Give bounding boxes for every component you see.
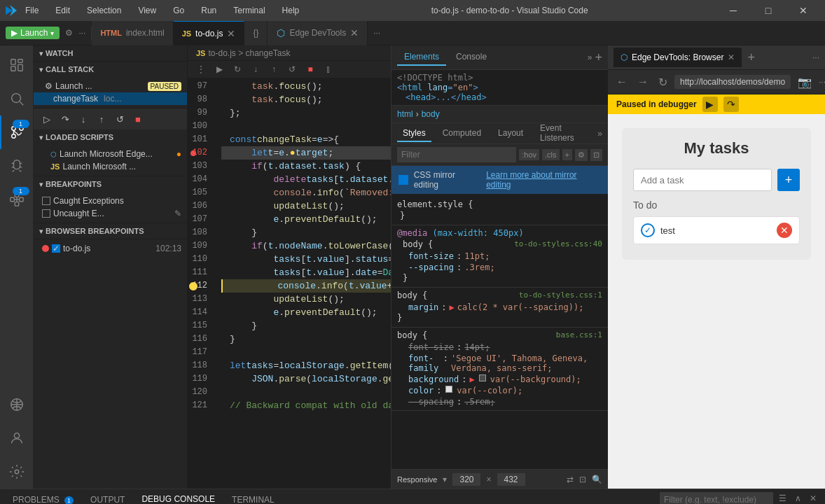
loaded-scripts-header[interactable]: ▾ LOADED SCRIPTS [34,130,187,145]
toolbar-stop-icon[interactable]: ■ [303,62,318,77]
sidebar-icon-extensions[interactable] [0,183,34,216]
watch-header[interactable]: ▾ WATCH [34,46,187,61]
filter-toggle-icon[interactable]: ⊡ [590,149,602,161]
menu-view[interactable]: View [135,4,159,17]
menu-selection[interactable]: Selection [84,4,124,17]
devtools-more-icon[interactable]: » [588,52,592,62]
toolbar-step-up-icon[interactable]: ↑ [266,62,282,77]
console-options-icon[interactable]: ☰ [776,492,789,505]
file-bp-checkbox[interactable]: ✓ [52,244,60,253]
toolbar-back-icon[interactable]: ↺ [284,62,300,77]
tab-index-html[interactable]: HTML index.html [92,21,173,46]
sidebar-icon-account[interactable] [0,421,34,455]
task-delete-button[interactable]: ✕ [777,223,792,238]
menu-run[interactable]: Run [198,4,219,17]
browser-screenshot-icon[interactable]: 📷 [795,74,814,90]
paused-stepover-button[interactable]: ↷ [723,97,739,112]
sidebar-icon-source-control[interactable] [0,115,34,149]
task-check-icon[interactable]: ✓ [641,223,655,237]
tab-json[interactable]: {} [244,21,268,46]
subtab-computed[interactable]: Computed [437,125,487,142]
sidebar-icon-settings[interactable] [0,455,34,489]
responsive-dropdown-icon[interactable]: ▾ [443,475,447,484]
browser-forward-button[interactable]: → [635,74,651,90]
call-stack-frame-launch[interactable]: ⚙ Launch ... PAUSED [34,80,187,92]
script-item-js[interactable]: JS Launch Microsoft ... [34,160,187,173]
paused-resume-button[interactable]: ▶ [702,97,718,112]
launch-dropdown-icon[interactable]: ▾ [50,29,54,37]
sidebar-icon-explorer[interactable] [0,48,34,82]
responsive-fit-icon[interactable]: ⊡ [579,475,586,484]
styles-content[interactable]: element.style { } @media (max-width: 450… [391,194,608,469]
tab-close-icon[interactable]: ✕ [227,28,235,39]
tabs-more-icon[interactable]: ··· [368,28,386,38]
devtools-add-tab-icon[interactable]: + [595,50,602,65]
filter-cls-button[interactable]: .cls [542,149,560,160]
step-over-button[interactable]: ↷ [57,111,73,127]
console-collapse-icon[interactable]: ∧ [792,492,804,505]
code-editor[interactable]: 97 98 99 100 101 102 103 104 105 106 107… [188,78,391,489]
responsive-label[interactable]: Responsive [397,475,437,484]
caught-exceptions-checkbox[interactable] [42,197,50,205]
stop-button[interactable]: ■ [130,111,146,127]
tab-terminal[interactable]: TERMINAL [225,492,282,505]
style-source-todo-40[interactable]: to-do-styles.css:40 [514,239,602,251]
sidebar-icon-debug[interactable] [0,149,34,183]
call-stack-frame-change-task[interactable]: changeTask loc... [34,92,187,105]
browser-tab-close-icon[interactable]: ✕ [728,52,735,62]
toolbar-split-icon[interactable]: ⋮ [193,62,209,77]
console-filter-input[interactable] [660,492,773,505]
browser-refresh-button[interactable]: ↻ [656,74,670,90]
browser-task-input[interactable] [633,169,772,191]
menu-help[interactable]: Help [279,4,303,17]
css-mirror-checkbox[interactable] [398,175,408,185]
menu-go[interactable]: Go [170,4,187,17]
browser-tab-more-icon[interactable]: ··· [812,52,819,62]
uncaught-exceptions-checkbox[interactable] [42,209,50,218]
browser-add-task-button[interactable]: + [777,169,800,191]
step-into-button[interactable]: ↓ [76,111,91,127]
breakpoints-header[interactable]: ▾ BREAKPOINTS [34,176,187,192]
console-close-icon[interactable]: ✕ [807,492,819,505]
responsive-zoom-icon[interactable]: 🔍 [592,475,602,484]
styles-filter-input[interactable] [397,147,516,162]
menu-file[interactable]: File [22,4,41,17]
browser-more-icon[interactable]: ··· [819,77,825,87]
toolbar-split-view-icon[interactable]: ⫿ [321,62,336,77]
close-button[interactable]: ✕ [787,0,819,21]
tab-todo-js[interactable]: JS to-do.js ✕ [174,21,245,46]
edge-tab-close-icon[interactable]: ✕ [350,27,359,38]
script-item-edge[interactable]: ⬡ Launch Microsoft Edge... ● [34,148,187,160]
menu-terminal[interactable]: Terminal [230,4,268,17]
subtabs-more-icon[interactable]: » [597,129,602,139]
breadcrumb-html[interactable]: html [397,109,413,119]
sidebar-icon-remote[interactable] [0,388,34,421]
continue-button[interactable]: ▷ [39,111,55,127]
launch-button[interactable]: ▶ Launch ▾ [6,27,60,39]
browser-back-button[interactable]: ← [613,74,630,90]
devtools-tab-console[interactable]: Console [449,49,494,66]
launch-gear-icon[interactable]: ⚙ [62,27,76,39]
toolbar-step-down-icon[interactable]: ↓ [248,62,263,77]
code-lines[interactable]: task.focus(); task.focus(); }; const cha… [221,78,391,489]
responsive-swap-icon[interactable]: ⇄ [567,475,574,484]
browser-add-tab-icon[interactable]: + [747,50,755,65]
browser-breakpoints-header[interactable]: ▾ BROWSER BREAKPOINTS [34,223,187,239]
subtab-event-listeners[interactable]: Event Listeners [534,120,592,147]
tab-problems[interactable]: PROBLEMS 1 [6,492,81,505]
filter-hov-button[interactable]: :hov [519,149,539,160]
launch-more-icon[interactable]: ··· [78,28,85,38]
restart-button[interactable]: ↺ [112,111,127,127]
maximize-button[interactable]: □ [752,0,784,21]
browser-url-input[interactable] [674,75,791,89]
style-source-todo-1[interactable]: to-do-styles.css:1 [519,290,602,302]
browser-active-tab[interactable]: ⬡ Edge DevTools: Browser ✕ [613,48,742,67]
step-out-button[interactable]: ↑ [94,111,109,127]
breadcrumb-body[interactable]: body [422,109,440,119]
tab-edge-devtools[interactable]: ⬡ Edge DevTools ✕ [268,21,368,46]
toolbar-refresh-icon[interactable]: ↻ [230,62,245,77]
responsive-height-input[interactable] [497,473,525,486]
tab-debug-console[interactable]: DEBUG CONSOLE [134,491,222,505]
call-stack-header[interactable]: ▾ CALL STACK [34,62,187,77]
sidebar-icon-search[interactable] [0,82,34,115]
